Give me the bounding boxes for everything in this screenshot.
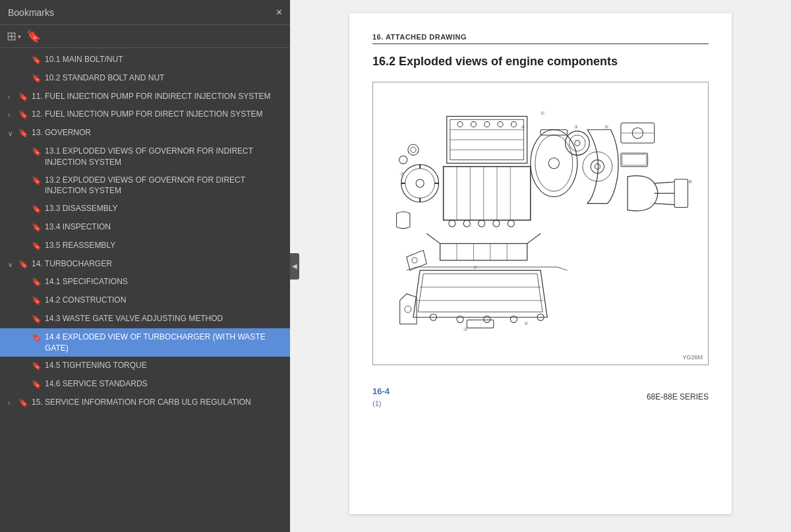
svg-point-21 xyxy=(401,165,439,202)
bookmark-item-13_1[interactable]: 🔖13.1 EXPLODED VIEWS OF GOVERNOR FOR IND… xyxy=(0,142,290,171)
list-view-button[interactable]: ⊞ ▾ xyxy=(7,29,21,44)
expand-arrow-icon: › xyxy=(8,110,17,120)
bookmark-flag-icon: 🔖 xyxy=(32,332,42,343)
panel-header: Bookmarks × xyxy=(0,0,290,25)
close-button[interactable]: × xyxy=(276,7,282,18)
svg-point-19 xyxy=(493,220,500,227)
bookmark-item-14_5[interactable]: 🔖14.5 TIGHTENING TORQUE xyxy=(0,357,290,375)
bookmark-label: 10.2 STANDARD BOLT AND NUT xyxy=(45,73,285,84)
bookmark-item-14_3[interactable]: 🔖14.3 WASTE GATE VALVE ADJUSTING METHOD xyxy=(0,310,290,328)
svg-point-8 xyxy=(498,122,503,127)
bookmark-item-12[interactable]: ›🔖12. FUEL INJECTION PUMP FOR DIRECT INJ… xyxy=(0,105,290,124)
bookmark-item-13[interactable]: ∨🔖13. GOVERNOR xyxy=(0,124,290,142)
collapse-panel-button[interactable]: ◀ xyxy=(290,253,299,280)
bookmark-item-14_2[interactable]: 🔖14.2 CONSTRUCTION xyxy=(0,291,290,310)
expand-arrow-icon: ∨ xyxy=(8,129,17,138)
bookmark-view-button[interactable]: 🔖 xyxy=(26,29,41,44)
bookmark-item-15[interactable]: ›🔖15. SERVICE INFORMATION FOR CARB ULG R… xyxy=(0,394,290,412)
svg-text:⑤: ⑤ xyxy=(604,125,608,130)
expand-arrow-icon xyxy=(21,314,30,315)
expand-arrow-icon xyxy=(21,176,30,177)
bookmark-flag-icon: 🔖 xyxy=(32,241,42,252)
svg-text:②: ② xyxy=(521,125,525,130)
svg-text:③: ③ xyxy=(400,171,404,177)
bookmark-label: 14.2 CONSTRUCTION xyxy=(45,295,285,306)
expand-arrow-icon xyxy=(21,74,30,74)
svg-text:①: ① xyxy=(541,111,544,116)
svg-point-16 xyxy=(449,220,455,227)
document-panel: 16. ATTACHED DRAWING 16.2 Exploded views… xyxy=(290,0,791,532)
bookmark-flag-icon: 🔖 xyxy=(32,277,42,288)
bookmark-item-13_4[interactable]: 🔖13.4 INSPECTION xyxy=(0,218,290,237)
expand-arrow-icon xyxy=(21,204,30,205)
svg-point-22 xyxy=(405,169,435,198)
svg-text:③: ③ xyxy=(463,327,467,332)
bookmark-item-10_1[interactable]: 🔖10.1 MAIN BOLT/NUT xyxy=(0,51,290,69)
bookmark-label: 13. GOVERNOR xyxy=(32,127,285,138)
bookmark-item-14_4[interactable]: 🔖14.4 EXPLODED VIEW OF TURBOCHARGER (WIT… xyxy=(0,328,290,357)
svg-point-34 xyxy=(575,140,580,146)
svg-rect-10 xyxy=(444,167,531,220)
expand-arrow-icon xyxy=(21,55,30,56)
expand-arrow-icon xyxy=(21,223,30,223)
bookmark-item-10_2[interactable]: 🔖10.2 STANDARD BOLT AND NUT xyxy=(0,69,290,88)
svg-rect-47 xyxy=(440,243,527,260)
svg-point-46 xyxy=(399,156,407,163)
bookmark-flag-icon: 🔖 xyxy=(32,175,42,187)
bookmarks-panel: Bookmarks × ⊞ ▾ 🔖 🔖10.1 MAIN BOLT/NUT🔖10… xyxy=(0,0,290,532)
page-number: 16-4 xyxy=(372,386,390,396)
expand-arrow-icon xyxy=(21,296,30,297)
list-icon: ⊞ xyxy=(7,29,16,44)
panel-title: Bookmarks xyxy=(8,7,54,18)
svg-point-36 xyxy=(591,160,604,173)
svg-point-52 xyxy=(412,258,417,263)
svg-point-6 xyxy=(471,122,476,127)
bookmark-label: 14. TURBOCHARGER xyxy=(32,258,285,270)
bookmark-item-11[interactable]: ›🔖11. FUEL INJECTION PUMP FOR INDIRECT I… xyxy=(0,88,290,106)
bookmark-flag-icon: 🔖 xyxy=(18,128,29,139)
bookmark-flag-icon: 🔖 xyxy=(18,92,29,103)
list-caret-icon: ▾ xyxy=(18,33,21,40)
bookmark-flag-icon: 🔖 xyxy=(32,222,42,233)
bookmarks-list[interactable]: 🔖10.1 MAIN BOLT/NUT🔖10.2 STANDARD BOLT A… xyxy=(0,48,290,532)
svg-text:②: ② xyxy=(524,321,528,326)
diagram-label: YG26M xyxy=(682,354,703,361)
bookmark-item-14_1[interactable]: 🔖14.1 SPECIFICATIONS xyxy=(0,273,290,291)
svg-point-33 xyxy=(570,135,585,151)
svg-rect-43 xyxy=(674,179,688,208)
bookmark-item-14_6[interactable]: 🔖14.6 SERVICE STANDARDS xyxy=(0,375,290,394)
svg-rect-41 xyxy=(621,153,648,166)
svg-point-32 xyxy=(566,131,590,156)
svg-point-37 xyxy=(595,164,600,169)
bookmark-label: 13.3 DISASSEMBLY xyxy=(45,203,285,214)
svg-text:④: ④ xyxy=(574,125,578,130)
svg-point-30 xyxy=(548,158,559,168)
section-title: 16.2 Exploded views of engine components xyxy=(372,55,709,69)
svg-point-9 xyxy=(511,122,516,127)
svg-point-44 xyxy=(408,144,419,155)
bookmark-flag-icon: 🔖 xyxy=(32,55,42,66)
bookmark-flag-icon: 🔖 xyxy=(32,73,42,84)
svg-point-23 xyxy=(416,179,424,187)
svg-point-5 xyxy=(457,122,463,127)
bookmark-flag-icon: 🔖 xyxy=(32,204,42,215)
svg-point-45 xyxy=(411,147,416,152)
expand-arrow-icon xyxy=(21,241,30,242)
page-ref: (1) xyxy=(372,399,381,407)
bookmark-item-13_3[interactable]: 🔖13.3 DISASSEMBLY xyxy=(0,200,290,218)
svg-point-7 xyxy=(484,122,490,127)
page-number-area: 16-4 (1) xyxy=(372,385,390,409)
bookmark-label: 11. FUEL INJECTION PUMP FOR INDIRECT INJ… xyxy=(32,91,285,102)
bookmark-item-13_5[interactable]: 🔖13.5 REASSEMBLY xyxy=(0,237,290,255)
bookmark-label: 15. SERVICE INFORMATION FOR CARB ULG REG… xyxy=(32,397,285,408)
bookmark-label: 12. FUEL INJECTION PUMP FOR DIRECT INJEC… xyxy=(32,109,285,120)
bookmark-item-13_2[interactable]: 🔖13.2 EXPLODED VIEWS OF GOVERNOR FOR DIR… xyxy=(0,171,290,200)
section-header: 16. ATTACHED DRAWING xyxy=(372,33,709,44)
expand-arrow-icon xyxy=(21,380,30,380)
bookmark-flag-icon: 🔖 xyxy=(18,109,29,121)
bookmark-item-14[interactable]: ∨🔖14. TURBOCHARGER xyxy=(0,255,290,274)
expand-arrow-icon: ∨ xyxy=(8,260,17,270)
bookmark-flag-icon: 🔖 xyxy=(32,314,42,325)
bookmark-flag-icon: 🔖 xyxy=(32,295,42,307)
svg-point-18 xyxy=(479,220,485,227)
